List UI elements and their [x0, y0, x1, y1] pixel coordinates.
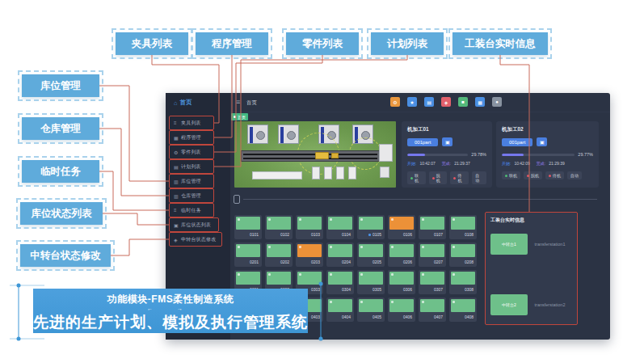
- status-pill-联机[interactable]: 联机: [502, 171, 520, 179]
- storage-cell-0102[interactable]: 0102: [265, 215, 293, 239]
- like-icon[interactable]: ★: [407, 97, 417, 107]
- sidebar-item-仓库管理[interactable]: ▥仓库管理: [166, 188, 230, 203]
- sidebar-item-计划列表[interactable]: ▤计划列表: [166, 159, 230, 174]
- sidebar-item-夹具列表[interactable]: ≡夹具列表: [166, 116, 230, 130]
- status-pill-自动[interactable]: 自动: [567, 171, 582, 179]
- storage-cell-0108[interactable]: 0108: [449, 215, 477, 239]
- storage-tile: [451, 299, 475, 312]
- storage-tile: [389, 272, 414, 285]
- storage-cell-0204[interactable]: 0204: [326, 243, 354, 267]
- storage-cell-0101[interactable]: 0101: [234, 215, 262, 239]
- storage-cell-0408[interactable]: 0408: [449, 298, 477, 322]
- banner-arrows-icon: ← →: [33, 306, 308, 310]
- start-time-label: 开始:: [502, 161, 511, 166]
- storage-cell-number: 0108: [465, 232, 474, 237]
- status-dot-icon: [453, 177, 456, 179]
- storage-cell-0208[interactable]: 0208: [449, 243, 477, 267]
- timeline-slider-track: [243, 199, 597, 200]
- storage-cell-0307[interactable]: 0307: [419, 270, 446, 294]
- sidebar-item-临时任务[interactable]: ≡临时任务: [166, 203, 230, 217]
- storage-tile: [359, 217, 383, 230]
- storage-cell-0406[interactable]: 0406: [388, 298, 415, 322]
- machine-panel-1: 机加工01 001part ▣ 29.78% 开始: 10:42:07 完成: …: [402, 121, 492, 188]
- storage-cell-0201[interactable]: 0201: [234, 243, 262, 267]
- plan-icon: ▤: [174, 164, 181, 170]
- part-button[interactable]: 001part: [502, 138, 532, 146]
- transfer-status-tile[interactable]: 中转台2: [490, 294, 528, 315]
- storage-cell-0107[interactable]: 0107: [419, 215, 446, 239]
- hamburger-icon[interactable]: ≡: [236, 98, 240, 106]
- storage-cell-0404[interactable]: 0404: [326, 298, 354, 322]
- storage-cell-number: 0104: [342, 232, 351, 237]
- storage-cell-0305[interactable]: 0305: [357, 270, 385, 294]
- factory-layout-image: [234, 121, 396, 188]
- progress-percent: 29.78%: [471, 152, 486, 157]
- sidebar-item-label: 计划列表: [181, 163, 201, 171]
- storage-cell-number: 0305: [373, 287, 381, 292]
- storage-cell-label: 0202: [267, 260, 291, 264]
- status-pill-待机[interactable]: 待机: [545, 171, 564, 179]
- part-button[interactable]: 001part: [407, 138, 438, 146]
- storage-cell-0106[interactable]: 0106: [388, 215, 415, 239]
- storage-cell-0202[interactable]: 0202: [265, 243, 293, 267]
- page-tag[interactable]: 首页: [231, 113, 248, 120]
- status-dot-icon: [549, 175, 551, 177]
- sidebar-item-库位状态列表[interactable]: ▣库位状态列表: [166, 217, 230, 232]
- storage-cell-number: 0204: [342, 260, 351, 264]
- selection-dot-icon: [368, 234, 371, 236]
- storage-cell-0308[interactable]: 0308: [449, 270, 477, 294]
- detail-icon[interactable]: ▣: [537, 137, 547, 146]
- storage-cell-label: 0102: [267, 232, 291, 237]
- status-pill-待机[interactable]: 待机: [450, 171, 469, 184]
- user-icon[interactable]: ●: [492, 97, 502, 107]
- callout-program-mgmt: 程序管理: [196, 32, 268, 55]
- storage-cell-0206[interactable]: 0206: [388, 243, 415, 267]
- status-pill-label: 脱机: [436, 173, 444, 183]
- storage-cell-0105[interactable]: 0105: [357, 215, 385, 239]
- finish-time-label: 完成:: [537, 161, 545, 166]
- sidebar-item-零件列表[interactable]: ⚙零件列表: [166, 145, 230, 159]
- timeline-slider-handle[interactable]: [234, 195, 240, 204]
- storage-tile: [267, 244, 291, 257]
- storage-cell-0405[interactable]: 0405: [357, 298, 385, 322]
- gear-icon[interactable]: ⚙: [390, 97, 400, 107]
- setup-station-4: [348, 167, 356, 179]
- storage-cell-0203[interactable]: 0203: [296, 243, 323, 267]
- rail-track: [241, 150, 380, 162]
- storage-cell-0304[interactable]: 0304: [326, 270, 354, 294]
- sidebar-item-中转台状态修改[interactable]: ◈中转台状态修改: [166, 232, 230, 247]
- storage-cell-0407[interactable]: 0407: [419, 298, 446, 322]
- storage-cell-label: 0304: [328, 287, 352, 292]
- storage-cell-label: 0105: [359, 232, 383, 237]
- app-logo-label: 首页: [180, 99, 192, 107]
- part-icon: ⚙: [174, 150, 181, 155]
- transfer-status-tile[interactable]: 中转台1: [490, 234, 528, 255]
- start-time-value: 10:42:09: [514, 161, 529, 166]
- status-pill-自动[interactable]: 自动: [472, 171, 486, 184]
- storage-cell-number: 0102: [280, 232, 289, 237]
- storage-cell-label: 0205: [359, 260, 383, 264]
- storage-tile: [420, 244, 444, 257]
- lock-icon[interactable]: ◈: [441, 97, 451, 107]
- status-pill-脱机[interactable]: 脱机: [524, 171, 542, 179]
- storage-cell-0306[interactable]: 0306: [388, 270, 415, 294]
- stop-icon[interactable]: ■: [458, 97, 468, 107]
- detail-icon[interactable]: ▣: [442, 137, 452, 146]
- file-icon[interactable]: ▤: [424, 97, 434, 107]
- storage-cell-number: 0202: [280, 260, 289, 264]
- sidebar-item-label: 零件列表: [181, 149, 201, 156]
- callout-storage-mgmt: 库位管理: [22, 74, 99, 97]
- storage-cell-label: 0308: [451, 287, 475, 292]
- storage-cell-0104[interactable]: 0104: [326, 215, 354, 239]
- sidebar-item-库位管理[interactable]: ▥库位管理: [166, 174, 230, 188]
- status-pill-脱机[interactable]: 脱机: [429, 171, 448, 184]
- storage-cell-0103[interactable]: 0103: [296, 215, 323, 239]
- app-logo: ⌂ 首页: [174, 99, 192, 107]
- status-pill-联机[interactable]: 联机: [407, 171, 426, 184]
- storage-tile: [389, 244, 414, 257]
- storage-cell-0205[interactable]: 0205: [357, 243, 385, 267]
- storage-cell-label: 0103: [297, 232, 322, 237]
- storage-cell-0207[interactable]: 0207: [419, 243, 446, 267]
- sidebar-item-程序管理[interactable]: ▦程序管理: [166, 130, 230, 145]
- archive-icon[interactable]: ▦: [475, 97, 485, 107]
